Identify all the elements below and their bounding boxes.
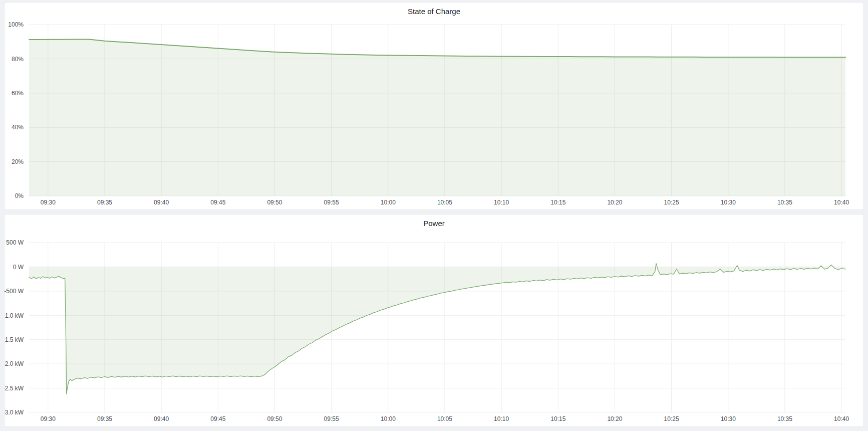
- y-tick-label: 0%: [15, 192, 24, 199]
- x-tick-label: 10:05: [437, 199, 452, 206]
- y-tick-label: -2.0 kW: [5, 360, 24, 367]
- x-tick-label: 09:45: [210, 199, 225, 206]
- x-tick-label: 10:20: [607, 199, 622, 206]
- x-tick-label: 10:00: [381, 199, 396, 206]
- soc-series-area: [29, 39, 845, 196]
- panel-title-power[interactable]: Power: [5, 214, 863, 228]
- x-tick-label: 10:10: [494, 415, 509, 422]
- x-tick-label: 10:25: [664, 415, 679, 422]
- x-tick-label: 09:30: [41, 199, 56, 206]
- x-tick-label: 09:35: [97, 415, 112, 422]
- soc-chart[interactable]: 100%80%60%40%20%0%09:3009:3509:4009:4509…: [5, 3, 863, 209]
- y-tick-label: -1.5 kW: [5, 336, 24, 343]
- y-tick-label: 500 W: [6, 239, 24, 246]
- y-tick-label: -3.0 kW: [5, 409, 24, 416]
- power-series-area: [29, 264, 845, 394]
- x-tick-label: 09:55: [324, 199, 339, 206]
- x-tick-label: 10:30: [721, 199, 736, 206]
- x-tick-label: 09:30: [41, 415, 56, 422]
- x-tick-label: 09:55: [324, 415, 339, 422]
- x-tick-label: 09:45: [210, 415, 225, 422]
- x-tick-label: 10:30: [721, 415, 736, 422]
- x-tick-label: 10:40: [834, 199, 849, 206]
- y-tick-label: 0 W: [13, 264, 24, 271]
- x-tick-label: 10:05: [437, 415, 452, 422]
- x-tick-label: 09:35: [97, 199, 112, 206]
- panel-title-state-of-charge[interactable]: State of Charge: [5, 3, 863, 16]
- x-tick-label: 09:50: [267, 415, 282, 422]
- panel-power: Power 500 W0 W-500 W-1.0 kW-1.5 kW-2.0 k…: [4, 214, 864, 427]
- x-tick-label: 10:35: [777, 199, 792, 206]
- x-tick-label: 10:00: [381, 415, 396, 422]
- x-tick-label: 10:15: [550, 199, 565, 206]
- x-tick-label: 10:35: [777, 415, 792, 422]
- y-tick-label: -500 W: [5, 288, 24, 295]
- power-chart[interactable]: 500 W0 W-500 W-1.0 kW-1.5 kW-2.0 kW-2.5 …: [5, 214, 863, 426]
- x-tick-label: 09:40: [154, 415, 169, 422]
- y-tick-label: 20%: [12, 158, 24, 165]
- x-tick-label: 10:40: [834, 415, 849, 422]
- x-tick-label: 10:15: [550, 415, 565, 422]
- y-tick-label: 40%: [12, 124, 24, 131]
- x-tick-label: 09:50: [267, 199, 282, 206]
- panel-state-of-charge: State of Charge 100%80%60%40%20%0%09:300…: [4, 2, 864, 210]
- x-tick-label: 10:20: [607, 415, 622, 422]
- y-tick-label: -2.5 kW: [5, 385, 24, 392]
- y-tick-label: 60%: [12, 90, 24, 97]
- grafana-dashboard: State of Charge 100%80%60%40%20%0%09:300…: [0, 0, 868, 431]
- y-tick-label: 80%: [12, 56, 24, 63]
- y-tick-label: -1.0 kW: [5, 312, 24, 319]
- y-tick-label: 100%: [8, 21, 24, 28]
- x-tick-label: 10:25: [664, 199, 679, 206]
- x-tick-label: 10:10: [494, 199, 509, 206]
- x-tick-label: 09:40: [154, 199, 169, 206]
